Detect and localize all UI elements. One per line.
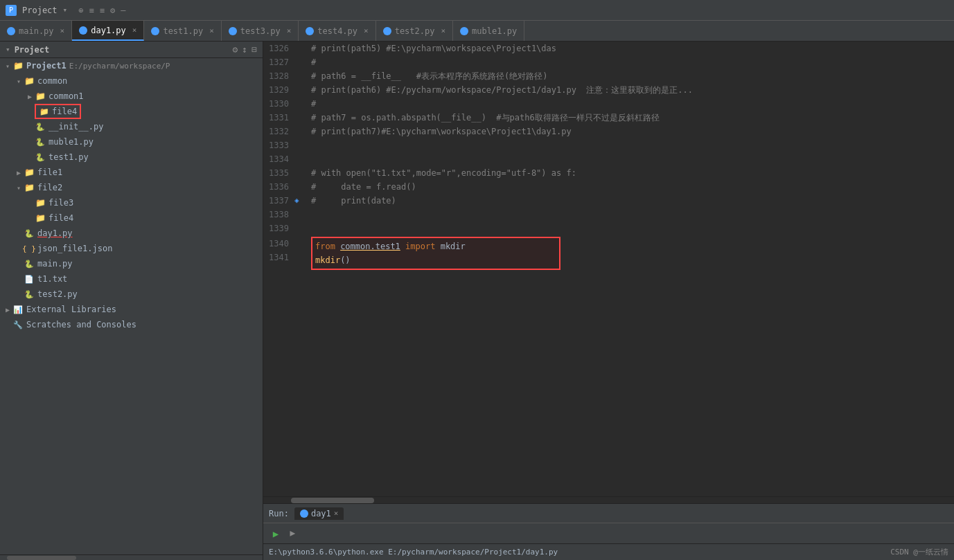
title-icon-2[interactable]: ≡ bbox=[89, 6, 94, 15]
sidebar-item-external-libraries[interactable]: ▶ 📊 External Libraries bbox=[0, 302, 263, 317]
sidebar-tree: ▾ 📁 Project1 E:/pycharm/workspace/P ▾ 📁 … bbox=[0, 58, 263, 554]
init-py-icon: 🐍 bbox=[35, 121, 46, 132]
tab-close-test2[interactable]: × bbox=[441, 26, 445, 35]
tab-close-main[interactable]: × bbox=[60, 26, 65, 35]
run-close-btn[interactable]: × bbox=[334, 509, 339, 518]
sidebar-icon-sort[interactable]: ↕ bbox=[242, 44, 247, 55]
sidebar-item-t1-txt[interactable]: 📄 t1.txt bbox=[0, 271, 263, 287]
tab-close-test1[interactable]: × bbox=[209, 26, 214, 35]
test2-py-icon: 🐍 bbox=[24, 289, 35, 300]
title-icon-3[interactable]: ≡ bbox=[100, 6, 105, 15]
run-toolbar: ▶ ▲ bbox=[263, 523, 954, 543]
tab-close-test3[interactable]: × bbox=[287, 26, 292, 35]
sidebar-item-init-py[interactable]: 🐍 __init__.py bbox=[0, 119, 263, 134]
sidebar-item-test1-py[interactable]: 🐍 test1.py bbox=[0, 150, 263, 165]
code-line-1333 bbox=[311, 138, 948, 152]
scratches-icon: 🔧 bbox=[12, 319, 24, 330]
title-icon-5[interactable]: — bbox=[121, 6, 125, 15]
file1-folder-icon: 📁 bbox=[24, 167, 35, 178]
sidebar-hscrollbar-thumb bbox=[7, 556, 76, 560]
common-arrow: ▾ bbox=[14, 78, 24, 85]
code-line-1330: # bbox=[311, 97, 948, 111]
run-up-btn[interactable]: ▲ bbox=[287, 527, 301, 541]
file4-label: file4 bbox=[52, 107, 77, 116]
sidebar-item-main-py[interactable]: 🐍 main.py bbox=[0, 256, 263, 271]
main-area: ▾ Project ⚙ ↕ ⊟ ▾ 📁 Project1 E:/pycharm/… bbox=[0, 42, 954, 560]
run-label: Run: bbox=[269, 509, 289, 518]
code-line-1334 bbox=[311, 152, 948, 166]
sidebar-icon-collapse[interactable]: ⊟ bbox=[251, 44, 257, 55]
code-line-1335: # with open("t1.txt",mode="r",encoding="… bbox=[311, 166, 948, 180]
day1-py-icon: 🐍 bbox=[24, 228, 35, 239]
tab-main-py[interactable]: main.py × bbox=[0, 21, 72, 41]
code-line-1340: from common.test1 import mkdir bbox=[315, 240, 556, 253]
sidebar: ▾ Project ⚙ ↕ ⊟ ▾ 📁 Project1 E:/pycharm/… bbox=[0, 42, 263, 560]
tab-icon-main bbox=[7, 27, 15, 35]
code-line-1329: # print(path6) #E:/pycharm/workspace/Pro… bbox=[311, 83, 948, 97]
code-area: 1326 1327 1328 1329 1330 1331 1332 1333 … bbox=[263, 42, 954, 560]
common1-label: common1 bbox=[48, 91, 84, 101]
code-line-1339 bbox=[311, 222, 948, 235]
sidebar-hscrollbar[interactable] bbox=[0, 554, 263, 560]
gutter: ◈ bbox=[294, 42, 306, 496]
tab-icon-test3 bbox=[229, 27, 237, 35]
common-label: common bbox=[37, 76, 67, 86]
project-name: Project1 bbox=[26, 61, 67, 71]
code-line-1338 bbox=[311, 208, 948, 222]
sidebar-item-file3[interactable]: 📁 file3 bbox=[0, 195, 263, 210]
file2-folder-icon: 📁 bbox=[24, 182, 35, 193]
sidebar-item-file1[interactable]: ▶ 📁 file1 bbox=[0, 165, 263, 180]
tab-muble1-py[interactable]: muble1.py bbox=[453, 21, 524, 41]
sidebar-item-file4-common[interactable]: 📁 file4 bbox=[0, 104, 263, 119]
tab-test1-py[interactable]: test1.py × bbox=[144, 21, 221, 41]
sidebar-item-project[interactable]: ▾ 📁 Project1 E:/pycharm/workspace/P bbox=[0, 58, 263, 73]
sidebar-item-file2[interactable]: ▾ 📁 file2 bbox=[0, 180, 263, 195]
t1-txt-label: t1.txt bbox=[37, 274, 67, 284]
sidebar-item-common1[interactable]: ▶ 📁 common1 bbox=[0, 89, 263, 104]
code-text-1336: # date = f.read() bbox=[311, 180, 416, 194]
sidebar-item-day1-py[interactable]: 🐍 day1.py bbox=[0, 226, 263, 241]
main-py-label: main.py bbox=[37, 259, 73, 269]
ext-lib-icon: 📊 bbox=[12, 304, 24, 315]
sidebar-item-test2-py[interactable]: 🐍 test2.py bbox=[0, 287, 263, 302]
ext-lib-label: External Libraries bbox=[26, 305, 116, 314]
title-icon-1[interactable]: ⊕ bbox=[78, 6, 83, 15]
tab-close-day1[interactable]: × bbox=[132, 26, 137, 35]
project-icon: P bbox=[6, 5, 17, 16]
sidebar-icon-settings[interactable]: ⚙ bbox=[233, 44, 238, 55]
json-file1-label: json_file1.json bbox=[37, 244, 112, 253]
code-hscrollbar[interactable] bbox=[263, 496, 954, 503]
code-text-1328: # path6 = __file__ #表示本程序的系统路径(绝对路径) bbox=[311, 69, 547, 83]
tab-day1-py[interactable]: day1.py × bbox=[72, 21, 144, 41]
title-icon-4[interactable]: ⚙ bbox=[110, 6, 115, 15]
common1-arrow: ▶ bbox=[25, 93, 35, 100]
title-bar-left: P Project ▾ ⊕ ≡ ≡ ⚙ — bbox=[6, 5, 125, 16]
code-text-1331: # path7 = os.path.abspath(__file__) #与pa… bbox=[311, 111, 660, 125]
project-dropdown-arrow[interactable]: ▾ bbox=[63, 6, 68, 15]
sidebar-item-common[interactable]: ▾ 📁 common bbox=[0, 73, 263, 89]
tab-icon-test4 bbox=[306, 27, 314, 35]
tab-close-test4[interactable]: × bbox=[364, 26, 369, 35]
tab-test2-py[interactable]: test2.py × bbox=[376, 21, 453, 41]
sidebar-item-json-file1[interactable]: { } json_file1.json bbox=[0, 241, 263, 256]
file3-folder-icon: 📁 bbox=[35, 197, 46, 208]
tab-icon-test2 bbox=[383, 27, 391, 35]
sidebar-item-muble1-py[interactable]: 🐍 muble1.py bbox=[0, 134, 263, 150]
scratches-label: Scratches and Consoles bbox=[26, 320, 136, 329]
sidebar-item-scratches[interactable]: 🔧 Scratches and Consoles bbox=[0, 317, 263, 332]
code-text-1329: # print(path6) #E:/pycharm/workspace/Pro… bbox=[311, 83, 693, 97]
project-label[interactable]: Project bbox=[22, 6, 58, 15]
sidebar-item-file4-file2[interactable]: 📁 file4 bbox=[0, 210, 263, 226]
tab-bar: main.py × day1.py × test1.py × test3.py … bbox=[0, 21, 954, 42]
code-line-1336: # date = f.read() bbox=[311, 180, 948, 194]
tab-test4-py[interactable]: test4.py × bbox=[299, 21, 376, 41]
init-py-label: __init__.py bbox=[48, 122, 103, 132]
run-tab-icon bbox=[300, 509, 308, 518]
code-content[interactable]: 1326 1327 1328 1329 1330 1331 1332 1333 … bbox=[263, 42, 954, 496]
file2-label: file2 bbox=[37, 183, 62, 192]
muble1-py-icon: 🐍 bbox=[35, 136, 46, 147]
code-text-1326: # print(path5) #E:\pycharm\workspace\Pro… bbox=[311, 42, 556, 55]
tab-test3-py[interactable]: test3.py × bbox=[222, 21, 299, 41]
run-play-btn[interactable]: ▶ bbox=[269, 527, 283, 541]
run-tab[interactable]: day1 × bbox=[294, 507, 344, 520]
